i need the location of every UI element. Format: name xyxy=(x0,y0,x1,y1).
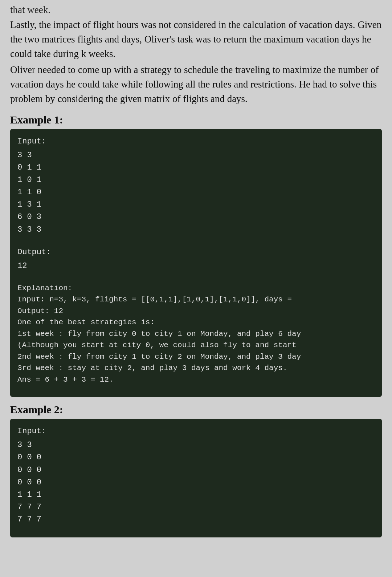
explanation-line5: (Although you start at city 0, we could … xyxy=(17,340,375,351)
page-container: that week. Lastly, the impact of flight … xyxy=(0,0,392,577)
example2-input-line1: 3 3 xyxy=(17,439,375,451)
example1-label: Example 1: xyxy=(10,114,382,126)
example1-input-line7: 3 3 3 xyxy=(17,224,375,236)
example1-output-section: Output: 12 xyxy=(17,246,375,272)
example1-output-value: 12 xyxy=(17,260,375,272)
intro-text-line1: that week. xyxy=(10,4,50,15)
example2-code-block: Input: 3 3 0 0 0 0 0 0 0 0 0 1 1 1 7 7 7… xyxy=(10,419,382,537)
example1-input-line1: 3 3 xyxy=(17,149,375,162)
example1-output-label: Output: xyxy=(17,246,375,259)
spacer1 xyxy=(17,241,375,246)
example2-input-line6: 7 7 7 xyxy=(17,501,375,513)
intro-section: that week. Lastly, the impact of flight … xyxy=(10,0,382,110)
explanation-line8: Ans = 6 + 3 + 3 = 12. xyxy=(17,374,375,386)
explanation-label: Explanation: xyxy=(17,283,375,294)
example2-input-line4: 0 0 0 xyxy=(17,476,375,489)
spacer2 xyxy=(17,277,375,283)
example2-input-line2: 0 0 0 xyxy=(17,451,375,464)
example1-input-line6: 6 0 3 xyxy=(17,211,375,223)
example2-input-section: Input: 3 3 0 0 0 0 0 0 0 0 0 1 1 1 7 7 7… xyxy=(17,425,375,526)
example2-input-label: Input: xyxy=(17,425,375,438)
intro-paragraph-3: Oliver needed to come up with a strategy… xyxy=(10,63,382,106)
example1-input-label: Input: xyxy=(17,135,375,148)
explanation-line6: 2nd week : fly from city 1 to city 2 on … xyxy=(17,351,375,363)
example2-input-line3: 0 0 0 xyxy=(17,464,375,476)
example1-input-line4: 1 1 0 xyxy=(17,186,375,199)
explanation-line7: 3rd week : stay at city 2, and play 3 da… xyxy=(17,362,375,374)
example1-input-line5: 1 3 1 xyxy=(17,199,375,211)
intro-paragraph-1: that week. xyxy=(10,3,382,17)
example1-code-block: Input: 3 3 0 1 1 1 0 1 1 1 0 1 3 1 6 0 3… xyxy=(10,129,382,397)
explanation-line2: Output: 12 xyxy=(17,305,375,317)
example1-input-section: Input: 3 3 0 1 1 1 0 1 1 1 0 1 3 1 6 0 3… xyxy=(17,135,375,236)
example2-label: Example 2: xyxy=(10,403,382,416)
example2-input-line5: 1 1 1 xyxy=(17,489,375,501)
explanation-line1: Input: n=3, k=3, flights = [[0,1,1],[1,0… xyxy=(17,294,375,305)
explanation-line3: One of the best strategies is: xyxy=(17,317,375,328)
explanation-line4: 1st week : fly from city 0 to city 1 on … xyxy=(17,328,375,340)
example1-input-line2: 0 1 1 xyxy=(17,162,375,174)
example2-input-line7: 7 7 7 xyxy=(17,513,375,526)
example1-explanation-section: Explanation: Input: n=3, k=3, flights = … xyxy=(17,283,375,386)
intro-paragraph-2: Lastly, the impact of flight hours was n… xyxy=(10,18,382,61)
example1-input-line3: 1 0 1 xyxy=(17,174,375,186)
